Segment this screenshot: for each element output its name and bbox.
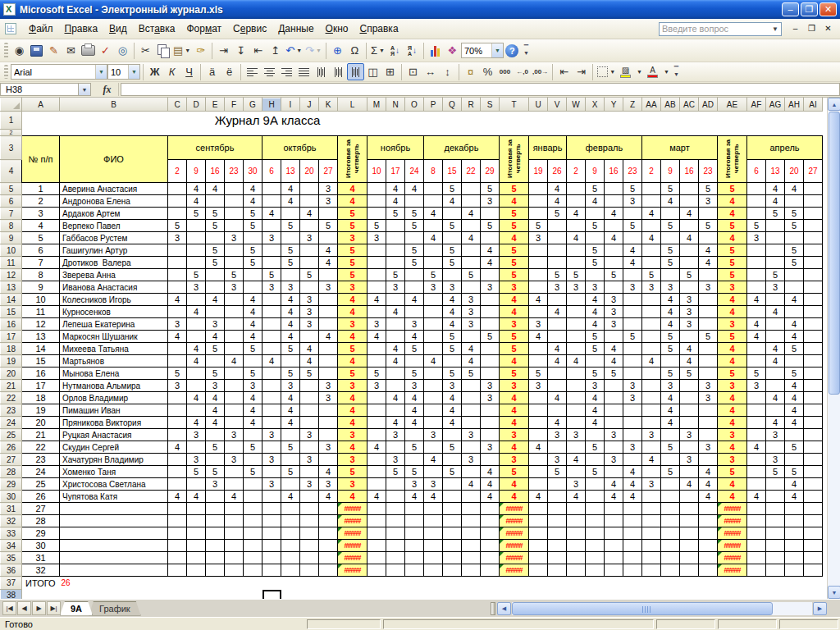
- grade-cell[interactable]: [244, 269, 262, 281]
- autoformat-icon[interactable]: ⊡: [404, 63, 422, 80]
- header-date[interactable]: 19: [529, 160, 548, 183]
- autosum-icon[interactable]: Σ▼: [369, 42, 386, 59]
- grade-cell[interactable]: 5: [206, 368, 225, 380]
- menu-Данные[interactable]: Данные: [272, 21, 319, 37]
- grade-cell[interactable]: 5: [462, 368, 481, 380]
- menu-Формат[interactable]: Формат: [180, 21, 227, 37]
- grade-cell[interactable]: 4: [500, 294, 529, 306]
- grade-cell[interactable]: [605, 380, 623, 392]
- header-date[interactable]: 29: [481, 160, 500, 183]
- grade-cell[interactable]: 4: [766, 417, 785, 429]
- grade-cell[interactable]: [804, 368, 823, 380]
- grade-cell[interactable]: 4: [661, 417, 680, 429]
- grade-cell[interactable]: [281, 527, 300, 540]
- grade-cell[interactable]: [368, 195, 386, 208]
- grade-cell[interactable]: [462, 331, 481, 343]
- grade-cell[interactable]: [168, 244, 187, 257]
- grade-cell[interactable]: 5: [605, 269, 623, 281]
- grade-cell[interactable]: 4: [718, 195, 747, 208]
- student-name[interactable]: Мынова Елена: [60, 368, 168, 380]
- grade-cell[interactable]: 4: [481, 478, 500, 491]
- grade-cell[interactable]: [481, 515, 500, 527]
- student-name[interactable]: Пряникова Виктория: [60, 417, 168, 429]
- grade-cell[interactable]: [206, 564, 225, 577]
- grade-cell[interactable]: [300, 392, 319, 404]
- grade-cell[interactable]: [481, 527, 500, 540]
- grade-cell[interactable]: 5: [586, 183, 605, 195]
- grade-cell[interactable]: [225, 380, 244, 392]
- grade-cell[interactable]: 4: [368, 294, 386, 306]
- grade-cell[interactable]: 4: [642, 454, 661, 466]
- grade-cell[interactable]: 5: [206, 466, 225, 478]
- grade-cell[interactable]: 5: [244, 244, 262, 257]
- grade-cell[interactable]: [804, 269, 823, 281]
- grade-cell[interactable]: [462, 183, 481, 195]
- grade-cell[interactable]: [225, 257, 244, 269]
- merge-center-icon[interactable]: ⊞: [381, 63, 399, 80]
- grade-cell[interactable]: [804, 318, 823, 331]
- grade-cell[interactable]: 4: [785, 318, 804, 331]
- grade-cell[interactable]: 3: [281, 380, 300, 392]
- grade-cell[interactable]: [405, 429, 424, 441]
- grade-cell[interactable]: 5: [281, 441, 300, 454]
- grade-cell[interactable]: [386, 491, 405, 503]
- grade-cell[interactable]: [699, 208, 718, 220]
- grade-cell[interactable]: [804, 404, 823, 417]
- grade-cell[interactable]: [623, 368, 642, 380]
- grade-cell[interactable]: [187, 220, 206, 232]
- itogo-label[interactable]: ИТОГО: [22, 577, 60, 590]
- grade-cell[interactable]: [804, 195, 823, 208]
- grade-cell[interactable]: [187, 552, 206, 564]
- grade-cell[interactable]: 4: [481, 244, 500, 257]
- grade-cell[interactable]: [386, 244, 405, 257]
- grade-cell[interactable]: [424, 404, 443, 417]
- header-month[interactable]: декабрь: [424, 136, 500, 160]
- row-header-5[interactable]: 5: [1, 183, 22, 195]
- grade-cell[interactable]: [605, 503, 623, 515]
- grade-cell[interactable]: [804, 220, 823, 232]
- grade-cell[interactable]: [605, 527, 623, 540]
- grade-cell[interactable]: 4: [386, 195, 405, 208]
- grade-cell[interactable]: [766, 232, 785, 244]
- grade-cell[interactable]: [605, 552, 623, 564]
- grade-cell[interactable]: [567, 195, 586, 208]
- error-cell[interactable]: #####: [338, 564, 368, 577]
- chart-wizard-icon[interactable]: [427, 42, 444, 59]
- grade-cell[interactable]: [462, 244, 481, 257]
- grade-cell[interactable]: 3: [206, 478, 225, 491]
- grade-cell[interactable]: [281, 269, 300, 281]
- grade-cell[interactable]: 3: [699, 380, 718, 392]
- increase-indent-icon[interactable]: ⇥: [573, 63, 590, 80]
- grade-cell[interactable]: [443, 429, 462, 441]
- grade-cell[interactable]: [785, 540, 804, 552]
- grade-cell[interactable]: [225, 441, 244, 454]
- error-cell[interactable]: #####: [338, 552, 368, 564]
- grade-cell[interactable]: 4: [300, 208, 319, 220]
- align-center-icon[interactable]: [261, 63, 278, 80]
- grade-cell[interactable]: 5: [338, 343, 368, 355]
- grade-cell[interactable]: [785, 232, 804, 244]
- grade-cell[interactable]: 5: [785, 343, 804, 355]
- grade-cell[interactable]: 3: [338, 429, 368, 441]
- print-preview-icon[interactable]: ◉: [11, 42, 28, 59]
- row-header-24[interactable]: 24: [1, 417, 22, 429]
- grade-cell[interactable]: [300, 491, 319, 503]
- column-header-AD[interactable]: AD: [699, 98, 718, 112]
- header-date[interactable]: 6: [747, 160, 766, 183]
- row-header-23[interactable]: 23: [1, 404, 22, 417]
- grade-cell[interactable]: 4: [405, 491, 424, 503]
- row-header-15[interactable]: 15: [1, 306, 22, 318]
- grade-cell[interactable]: 5: [548, 466, 567, 478]
- grade-cell[interactable]: 3: [605, 294, 623, 306]
- grade-cell[interactable]: [529, 515, 548, 527]
- column-header-U[interactable]: U: [529, 98, 548, 112]
- grade-cell[interactable]: [319, 306, 338, 318]
- grade-cell[interactable]: [680, 417, 699, 429]
- grade-cell[interactable]: 3: [300, 232, 319, 244]
- grade-cell[interactable]: [680, 466, 699, 478]
- grade-cell[interactable]: [168, 478, 187, 491]
- grade-cell[interactable]: 5: [661, 244, 680, 257]
- grade-cell[interactable]: [766, 503, 785, 515]
- save-icon[interactable]: [28, 42, 45, 59]
- grade-cell[interactable]: 5: [785, 244, 804, 257]
